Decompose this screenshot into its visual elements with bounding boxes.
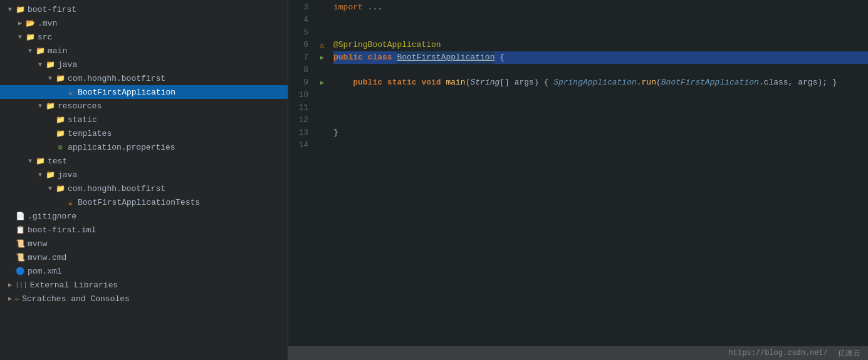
kw-import: import [333, 1, 363, 14]
line-num-8: 8 [288, 64, 308, 76]
arrow-src [15, 34, 25, 41]
line-num-11: 11 [288, 101, 308, 114]
tree-item-main[interactable]: 📁 main [0, 44, 288, 58]
folder-icon-boot-first: 📁 [15, 4, 25, 14]
gutter-8 [313, 64, 331, 76]
kw-public-7: public [333, 51, 368, 64]
spring-app-ref: SpringApplication [553, 76, 637, 89]
label-app-props: application.properties [68, 143, 175, 152]
arrow-java [35, 61, 45, 68]
tree-item-pom[interactable]: 🔵 pom.xml [0, 264, 288, 278]
gutter-10 [313, 89, 331, 101]
arrow-test [25, 158, 35, 165]
folder-icon-main: 📁 [35, 46, 45, 56]
gutter-13 [313, 126, 331, 139]
tree-item-resources[interactable]: 📁 resources [0, 99, 288, 113]
tree-item-mvnw[interactable]: 📜 mvnw [0, 237, 288, 250]
tree-item-scratches[interactable]: ✏ Scratches and Consoles [0, 292, 288, 306]
line-num-7: 7 [288, 51, 308, 64]
tree-item-test-java[interactable]: 📁 java [0, 168, 288, 182]
tree-item-app-properties[interactable]: ⚙ application.properties [0, 140, 288, 154]
code-line-13: } [333, 126, 868, 139]
tree-item-gitignore[interactable]: 📄 .gitignore [0, 209, 288, 223]
tree-item-boot-first-app[interactable]: ☕ BootFirstApplication [0, 85, 288, 99]
folder-icon-test: 📁 [35, 156, 45, 166]
gutter-9[interactable]: ▶ [313, 76, 331, 89]
tree-item-com-honghh[interactable]: 📁 com.honghh.bootfirst [0, 71, 288, 85]
type-string: String [470, 76, 499, 89]
tree-item-mvnw-cmd[interactable]: 📜 mvnw.cmd [0, 250, 288, 264]
status-bar: https://blog.csdn.net/ 亿速云 [288, 346, 868, 360]
tree-item-iml[interactable]: 📋 boot-first.iml [0, 223, 288, 237]
line-num-14: 14 [288, 139, 308, 152]
class-dot: .class, args); } [759, 76, 837, 89]
method-main: main [446, 76, 465, 89]
label-test-java: java [58, 170, 77, 180]
icon-external-libs: ||| [15, 281, 28, 289]
file-icon-iml: 📋 [15, 225, 25, 235]
label-templates: templates [68, 129, 112, 138]
file-tree[interactable]: 📁 boot-first 📂 .mvn 📁 src 📁 main 📁 java … [0, 0, 288, 360]
code-content[interactable]: import ... @SpringBootApplication public… [331, 1, 868, 360]
gutter-5 [313, 26, 331, 39]
arrow-external-libs [5, 281, 15, 289]
label-test-com: com.honghh.bootfirst [68, 184, 165, 193]
line-num-9: 9 [288, 76, 308, 89]
tree-item-boot-first-tests[interactable]: ☕ BootFirstApplicationTests [0, 195, 288, 209]
tree-item-mvn[interactable]: 📂 .mvn [0, 16, 288, 30]
label-mvn: .mvn [38, 19, 57, 28]
boot-first-app-ref: BootFirstApplication [661, 76, 759, 89]
code-line-9: public static void main ( String [] args… [333, 76, 868, 89]
label-resources: resources [58, 101, 102, 111]
file-icon-app-props: ⚙ [55, 142, 65, 152]
line-num-4: 4 [288, 14, 308, 26]
gutter-6: ⚠ [313, 39, 331, 51]
line-num-13: 13 [288, 126, 308, 139]
icon-scratches: ✏ [15, 294, 19, 304]
kw-static-9: static [387, 76, 422, 89]
folder-icon-src: 📁 [25, 32, 35, 42]
bracket-9: [] [499, 76, 510, 89]
kw-void-9: void [421, 76, 446, 89]
gutter-3 [313, 1, 331, 14]
gutter-11 [313, 101, 331, 114]
tree-item-src[interactable]: 📁 src [0, 30, 288, 44]
paren-open-9: ( [466, 76, 471, 89]
label-test: test [48, 157, 67, 166]
line-numbers: 3 4 5 6 7 8 9 10 11 12 13 14 [288, 1, 313, 360]
label-static: static [68, 115, 97, 125]
label-boot-first: boot-first [28, 5, 76, 14]
url-text: https://blog.csdn.net/ [729, 349, 828, 357]
arrow-test-com [45, 185, 55, 192]
label-main: main [48, 46, 67, 56]
tree-item-boot-first[interactable]: 📁 boot-first [0, 3, 288, 16]
arrow-scratches [5, 295, 15, 302]
tree-item-test[interactable]: 📁 test [0, 154, 288, 168]
tree-item-static[interactable]: 📁 static [0, 113, 288, 126]
tree-item-java[interactable]: 📁 java [0, 58, 288, 71]
gutter-7[interactable]: ▶ [313, 51, 331, 64]
label-mvnw: mvnw [28, 239, 47, 249]
file-icon-mvnw: 📜 [15, 239, 25, 249]
param-args: args) { [510, 76, 553, 89]
arrow-com-honghh [45, 75, 55, 82]
folder-icon-com-honghh: 📁 [55, 73, 65, 83]
arrow-resources [35, 103, 45, 110]
arrow-main [25, 48, 35, 54]
indent-9 [333, 76, 353, 89]
folder-icon-templates: 📁 [55, 128, 65, 138]
folder-icon-mvn: 📂 [25, 18, 35, 28]
tree-item-templates[interactable]: 📁 templates [0, 126, 288, 140]
label-mvnw-cmd: mvnw.cmd [28, 253, 66, 262]
class-name-bootfirst: BootFirstApplication [397, 51, 494, 64]
line-num-3: 3 [288, 1, 308, 14]
label-gitignore: .gitignore [28, 212, 76, 221]
code-line-8 [333, 64, 868, 76]
tree-item-test-com[interactable]: 📁 com.honghh.bootfirst [0, 182, 288, 195]
file-icon-pom: 🔵 [15, 266, 25, 276]
kw-class-7: class [368, 51, 397, 64]
brace-open-7: { [494, 51, 505, 64]
gutter-4 [313, 14, 331, 26]
tree-item-external-libs[interactable]: ||| External Libraries [0, 278, 288, 292]
file-icon-boot-first-tests: ☕ [65, 197, 75, 207]
